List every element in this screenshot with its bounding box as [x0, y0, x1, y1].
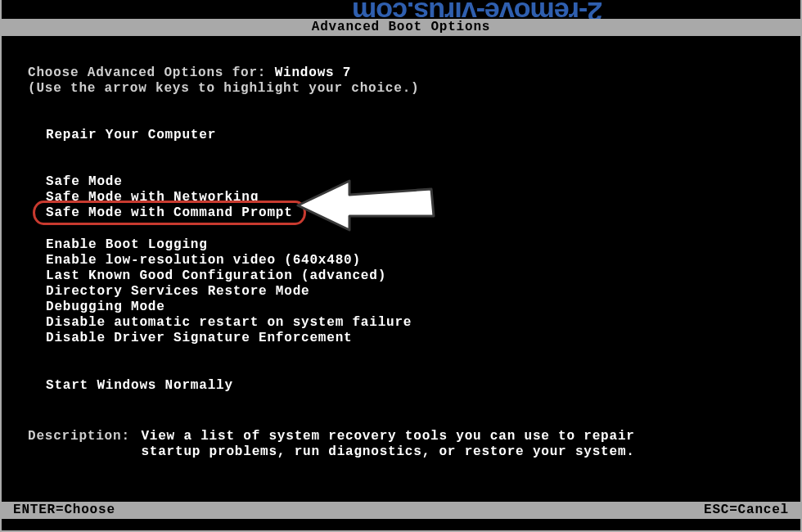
- option-group-normal: Start Windows Normally: [43, 378, 237, 394]
- arrow-annotation-icon: [292, 177, 439, 234]
- footer-esc: ESC=Cancel: [704, 503, 789, 517]
- boot-screen: 2-remove-virus.com Advanced Boot Options…: [0, 0, 802, 532]
- option-group-advanced: Enable Boot Logging Enable low-resolutio…: [43, 237, 415, 346]
- option-disable-auto-restart[interactable]: Disable automatic restart on system fail…: [43, 315, 415, 331]
- intro-block: Choose Advanced Options for: Windows 7 (…: [28, 65, 419, 97]
- description-label: Description:: [28, 429, 133, 444]
- option-safe-mode-networking[interactable]: Safe Mode with Networking: [43, 190, 296, 205]
- option-start-windows-normally[interactable]: Start Windows Normally: [43, 378, 237, 394]
- option-directory-services-restore[interactable]: Directory Services Restore Mode: [43, 284, 415, 300]
- footer-enter: ENTER=Choose: [13, 503, 115, 517]
- intro-prefix: Choose Advanced Options for:: [28, 65, 275, 80]
- description-body: View a list of system recovery tools you…: [141, 429, 634, 460]
- svg-marker-0: [298, 181, 434, 230]
- option-disable-driver-signature[interactable]: Disable Driver Signature Enforcement: [43, 331, 415, 346]
- description-line2: startup problems, run diagnostics, or re…: [141, 444, 634, 459]
- option-safe-mode[interactable]: Safe Mode: [43, 174, 296, 190]
- footer-bar: ENTER=Choose ESC=Cancel: [2, 502, 800, 519]
- description-line1: View a list of system recovery tools you…: [141, 429, 634, 444]
- title-bar: Advanced Boot Options: [2, 19, 800, 36]
- option-group-safe-modes: Safe Mode Safe Mode with Networking Safe…: [43, 174, 296, 221]
- title-text: Advanced Boot Options: [312, 20, 490, 34]
- option-group-repair: Repair Your Computer: [43, 128, 219, 143]
- option-repair-your-computer[interactable]: Repair Your Computer: [43, 128, 219, 143]
- option-debugging-mode[interactable]: Debugging Mode: [43, 300, 415, 315]
- option-last-known-good-config[interactable]: Last Known Good Configuration (advanced): [43, 268, 415, 284]
- option-enable-boot-logging[interactable]: Enable Boot Logging: [43, 237, 415, 253]
- description-block: Description: View a list of system recov…: [28, 429, 635, 460]
- option-safe-mode-command-prompt[interactable]: Safe Mode with Command Prompt: [43, 205, 296, 220]
- option-low-resolution-video[interactable]: Enable low-resolution video (640x480): [43, 253, 415, 268]
- intro-hint: (Use the arrow keys to highlight your ch…: [28, 81, 419, 96]
- intro-os: Windows 7: [275, 65, 352, 80]
